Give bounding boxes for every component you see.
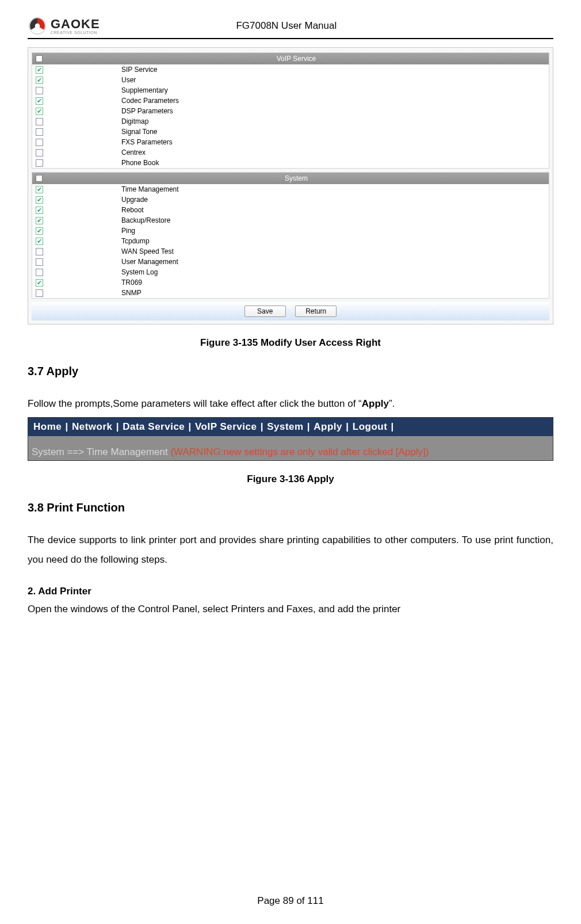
row-label: DSP Parameters [121, 107, 173, 115]
menu-item-apply[interactable]: Apply [313, 421, 343, 432]
checkbox[interactable] [36, 108, 43, 115]
checkbox[interactable] [36, 248, 43, 255]
warning-text: (WARNING:new settings are only valid aft… [170, 446, 429, 457]
checkbox[interactable] [36, 128, 43, 136]
menu-separator: | [304, 421, 314, 432]
group-voip-header: VoIP Service [32, 53, 549, 64]
system-row: System Log [32, 267, 549, 277]
checkbox[interactable] [36, 227, 43, 235]
menu-item-system[interactable]: System [266, 421, 304, 432]
logo-text: GAOKE [51, 18, 100, 30]
group-system-title: System [47, 174, 545, 182]
checkbox[interactable] [36, 279, 43, 287]
voip-row: Centrex [32, 147, 549, 158]
group-voip-body: SIP ServiceUserSupplementaryCodec Parame… [32, 64, 549, 168]
checkbox[interactable] [36, 207, 43, 214]
system-row: WAN Speed Test [32, 246, 549, 257]
group-voip-service: VoIP Service SIP ServiceUserSupplementar… [32, 52, 549, 169]
page-number: Page 89 of 111 [0, 895, 581, 907]
top-menu-bar: Home | Network | Data Service | VoIP Ser… [28, 418, 553, 436]
voip-row: User [32, 75, 549, 85]
breadcrumb-text: System ==> Time Management [32, 446, 170, 457]
row-label: TR069 [121, 278, 142, 287]
group-voip-checkbox[interactable] [36, 55, 43, 62]
svg-point-1 [35, 24, 40, 29]
checkbox[interactable] [36, 159, 43, 167]
header-divider [28, 38, 553, 39]
group-system-header: System [32, 173, 549, 184]
menu-separator: | [257, 421, 266, 432]
system-row: Backup/Restore [32, 215, 549, 226]
step-add-printer-heading: 2. Add Printer [28, 586, 553, 597]
voip-row: Phone Book [32, 158, 549, 168]
menu-spacer [28, 436, 553, 444]
menu-separator: | [388, 421, 393, 432]
checkbox[interactable] [36, 149, 43, 156]
group-system-checkbox[interactable] [36, 175, 43, 182]
row-label: Phone Book [121, 159, 159, 167]
menu-item-home[interactable]: Home [33, 421, 62, 432]
row-label: Digitmap [121, 117, 148, 125]
menu-item-voip-service[interactable]: VoIP Service [194, 421, 257, 432]
menu-item-network[interactable]: Network [71, 421, 113, 432]
system-row: Upgrade [32, 194, 549, 205]
checkbox[interactable] [36, 139, 43, 146]
checkbox[interactable] [36, 66, 43, 74]
apply-text-post: ”. [389, 398, 395, 409]
row-label: SNMP [121, 289, 142, 297]
menu-separator: | [343, 421, 352, 432]
row-label: WAN Speed Test [121, 247, 174, 255]
menu-separator: | [185, 421, 194, 432]
checkbox[interactable] [36, 97, 43, 105]
checkbox[interactable] [36, 87, 43, 94]
system-row: Ping [32, 226, 549, 236]
row-label: FXS Parameters [121, 138, 173, 146]
voip-row: Codec Parameters [32, 96, 549, 106]
system-row: Reboot [32, 205, 549, 215]
row-label: Backup/Restore [121, 216, 170, 224]
voip-row: Supplementary [32, 85, 549, 96]
group-system-body: Time ManagementUpgradeRebootBackup/Resto… [32, 184, 549, 298]
step-add-printer-text: Open the windows of the Control Panel, s… [28, 600, 553, 619]
menu-item-logout[interactable]: Logout [352, 421, 388, 432]
document-title: FG7008N User Manual [100, 20, 473, 32]
menu-separator: | [113, 421, 123, 432]
row-label: Ping [121, 227, 135, 235]
menu-separator: | [62, 421, 71, 432]
checkbox[interactable] [36, 269, 43, 276]
row-label: Codec Parameters [121, 97, 179, 105]
figure-caption-135: Figure 3-135 Modify User Access Right [28, 337, 553, 349]
checkbox[interactable] [36, 238, 43, 245]
system-row: Tcpdump [32, 236, 549, 246]
group-system: System Time ManagementUpgradeRebootBacku… [32, 172, 549, 299]
row-label: User Management [121, 258, 178, 266]
apply-text-pre: Follow the prompts,Some parameters will … [28, 398, 362, 409]
brand-logo: GAOKE CREATIVE SOLUTION [28, 16, 100, 36]
row-label: Centrex [121, 148, 146, 156]
checkbox[interactable] [36, 118, 43, 125]
system-row: User Management [32, 257, 549, 267]
checkbox[interactable] [36, 77, 43, 84]
checkbox[interactable] [36, 258, 43, 266]
system-row: Time Management [32, 184, 549, 194]
row-label: User [121, 76, 136, 84]
checkbox[interactable] [36, 186, 43, 193]
checkbox[interactable] [36, 289, 43, 297]
section-3-7-text: Follow the prompts,Some parameters will … [28, 394, 553, 414]
row-label: System Log [121, 268, 158, 276]
checkbox[interactable] [36, 217, 43, 224]
save-button[interactable]: Save [244, 306, 286, 317]
row-label: Tcpdump [121, 237, 150, 245]
return-button[interactable]: Return [295, 306, 337, 317]
voip-row: SIP Service [32, 64, 549, 75]
row-label: Time Management [121, 185, 179, 193]
group-voip-title: VoIP Service [47, 55, 545, 63]
checkbox[interactable] [36, 196, 43, 204]
logo-subtext: CREATIVE SOLUTION [51, 30, 100, 35]
voip-row: DSP Parameters [32, 106, 549, 116]
section-3-8-heading: 3.8 Print Function [28, 501, 553, 514]
row-label: Signal Tone [121, 128, 158, 136]
logo-icon [28, 16, 47, 36]
voip-row: Signal Tone [32, 127, 549, 137]
menu-item-data-service[interactable]: Data Service [122, 421, 185, 432]
